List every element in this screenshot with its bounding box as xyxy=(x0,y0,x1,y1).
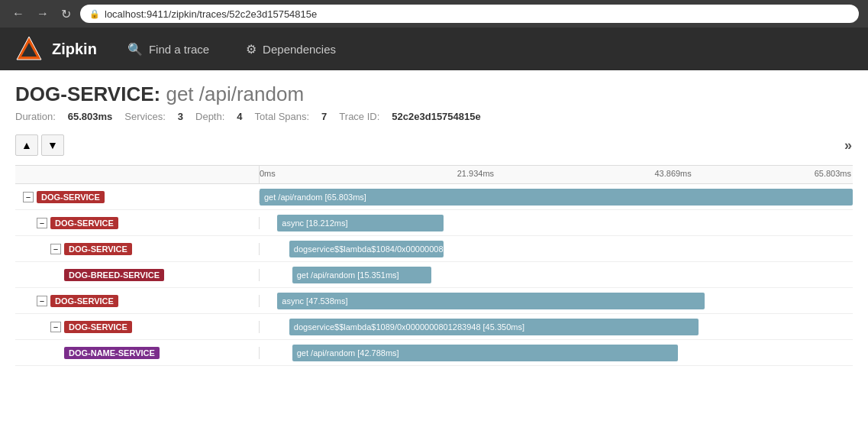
nav-dependencies[interactable]: ⚙ Dependencies xyxy=(240,39,342,60)
span-bar-label: get /api/random [42.788ms] xyxy=(297,348,399,358)
table-row[interactable]: −DOG-SERVICEasync [47.538ms] xyxy=(15,288,853,314)
table-row[interactable]: −DOG-SERVICEdogservice$$lambda$1089/0x00… xyxy=(15,314,853,340)
up-arrow-button[interactable]: ▲ xyxy=(15,134,38,156)
depth-value: 4 xyxy=(237,111,242,122)
span-label-col: −DOG-SERVICE xyxy=(15,191,260,203)
tick-label: 65.803ms xyxy=(815,169,851,178)
span-bar-label: get /api/random [65.803ms] xyxy=(264,193,366,202)
services-value: 3 xyxy=(178,111,183,122)
service-badge: DOG-SERVICE xyxy=(37,191,105,203)
span-bar-col: get /api/random [15.351ms] xyxy=(260,262,853,287)
span-rows: −DOG-SERVICEget /api/random [65.803ms]−D… xyxy=(15,184,853,366)
span-label-col: −DOG-SERVICE xyxy=(15,295,260,307)
trace-meta: Duration: 65.803ms Services: 3 Depth: 4 … xyxy=(15,111,853,122)
table-row[interactable]: −DOG-SERVICEdogservice$$lambda$1084/0x00… xyxy=(15,236,853,262)
lock-icon: 🔒 xyxy=(89,9,100,19)
span-bar-col: async [47.538ms] xyxy=(260,288,853,313)
app-header: Zipkin 🔍 Find a trace ⚙ Dependencies xyxy=(0,28,868,70)
span-bar-label: dogservice$$lambda$1084/0x00000008012813… xyxy=(294,244,444,254)
table-row[interactable]: DOG-BREED-SERVICEget /api/random [15.351… xyxy=(15,262,853,288)
service-badge: DOG-SERVICE xyxy=(64,243,132,255)
span-label-col: −DOG-SERVICE xyxy=(15,243,260,255)
url-bar[interactable]: 🔒 localhost:9411/zipkin/traces/52c2e3d15… xyxy=(80,5,859,23)
dependencies-icon: ⚙ xyxy=(246,42,257,57)
app-title: Zipkin xyxy=(52,40,97,58)
span-bar-label: async [18.212ms] xyxy=(282,218,347,228)
forward-button[interactable]: → xyxy=(34,5,52,22)
browser-bar: ← → ↻ 🔒 localhost:9411/zipkin/traces/52c… xyxy=(0,0,868,28)
controls-row: ▲ ▼ » xyxy=(15,131,853,159)
span-bar-col: dogservice$$lambda$1084/0x00000008012813… xyxy=(260,236,853,261)
nav-dependencies-label: Dependencies xyxy=(263,43,336,56)
duration-label: Duration: xyxy=(15,111,56,122)
service-badge: DOG-NAME-SERVICE xyxy=(64,347,160,359)
arrow-buttons: ▲ ▼ xyxy=(15,134,64,156)
reload-button[interactable]: ↻ xyxy=(58,5,74,23)
span-bar[interactable]: get /api/random [42.788ms] xyxy=(292,345,678,361)
timeline-label-col-header xyxy=(15,166,260,183)
service-badge: DOG-BREED-SERVICE xyxy=(64,269,164,281)
trace-title: DOG-SERVICE: get /api/random xyxy=(15,83,853,106)
tick-label: 43.869ms xyxy=(654,169,691,178)
span-bar-col: get /api/random [42.788ms] xyxy=(260,340,853,365)
collapse-button[interactable]: − xyxy=(23,192,34,202)
nav-find-trace-label: Find a trace xyxy=(149,43,209,56)
zipkin-logo xyxy=(15,35,43,63)
span-label-col: DOG-NAME-SERVICE xyxy=(15,347,260,359)
trace-id-label: Trace ID: xyxy=(339,111,379,122)
down-arrow-button[interactable]: ▼ xyxy=(41,134,64,156)
table-row[interactable]: −DOG-SERVICEasync [18.212ms] xyxy=(15,210,853,236)
search-icon: 🔍 xyxy=(127,42,143,57)
nav-find-trace[interactable]: 🔍 Find a trace xyxy=(121,39,215,60)
collapse-button[interactable]: − xyxy=(37,296,47,306)
span-bar[interactable]: get /api/random [65.803ms] xyxy=(260,189,853,206)
total-spans-value: 7 xyxy=(321,111,327,122)
trace-service-name: DOG-SERVICE: xyxy=(15,83,160,105)
span-bar-col: async [18.212ms] xyxy=(260,210,853,235)
expand-all-button[interactable]: » xyxy=(844,138,853,154)
timeline-container: 0ms21.934ms43.869ms65.803ms −DOG-SERVICE… xyxy=(15,165,853,366)
collapse-button[interactable]: − xyxy=(50,244,61,254)
span-bar[interactable]: dogservice$$lambda$1084/0x00000008012813… xyxy=(289,241,444,257)
url-text: localhost:9411/zipkin/traces/52c2e3d1575… xyxy=(105,8,317,20)
tick-label: 21.934ms xyxy=(457,169,494,178)
span-bar[interactable]: async [47.538ms] xyxy=(277,293,704,309)
span-bar-col: get /api/random [65.803ms] xyxy=(260,184,853,209)
timeline-ticks: 0ms21.934ms43.869ms65.803ms xyxy=(260,166,853,183)
span-bar[interactable]: get /api/random [15.351ms] xyxy=(292,267,431,283)
span-label-col: −DOG-SERVICE xyxy=(15,321,260,333)
table-row[interactable]: −DOG-SERVICEget /api/random [65.803ms] xyxy=(15,184,853,210)
span-bar[interactable]: async [18.212ms] xyxy=(277,215,444,231)
service-badge: DOG-SERVICE xyxy=(64,321,132,333)
total-spans-label: Total Spans: xyxy=(255,111,310,122)
span-bar-label: async [47.538ms] xyxy=(282,296,347,306)
trace-endpoint: get /api/random xyxy=(166,83,304,105)
service-badge: DOG-SERVICE xyxy=(50,295,118,307)
span-bar-label: get /api/random [15.351ms] xyxy=(297,270,399,280)
service-badge: DOG-SERVICE xyxy=(50,217,118,229)
tick-label: 0ms xyxy=(260,169,276,178)
services-label: Services: xyxy=(124,111,165,122)
collapse-button[interactable]: − xyxy=(50,322,61,332)
duration-value: 65.803ms xyxy=(68,111,113,122)
span-label-col: DOG-BREED-SERVICE xyxy=(15,269,260,281)
span-bar-label: dogservice$$lambda$1089/0x00000008012839… xyxy=(294,322,524,332)
trace-id-value: 52c2e3d15754815e xyxy=(392,111,480,122)
span-bar-col: dogservice$$lambda$1089/0x00000008012839… xyxy=(260,314,853,339)
page-content: DOG-SERVICE: get /api/random Duration: 6… xyxy=(0,70,868,366)
depth-label: Depth: xyxy=(195,111,224,122)
collapse-button[interactable]: − xyxy=(37,218,47,228)
table-row[interactable]: DOG-NAME-SERVICEget /api/random [42.788m… xyxy=(15,340,853,366)
span-bar[interactable]: dogservice$$lambda$1089/0x00000008012839… xyxy=(289,319,699,335)
timeline-header: 0ms21.934ms43.869ms65.803ms xyxy=(15,166,853,184)
back-button[interactable]: ← xyxy=(9,5,27,22)
span-label-col: −DOG-SERVICE xyxy=(15,217,260,229)
logo-area: Zipkin xyxy=(15,35,97,63)
